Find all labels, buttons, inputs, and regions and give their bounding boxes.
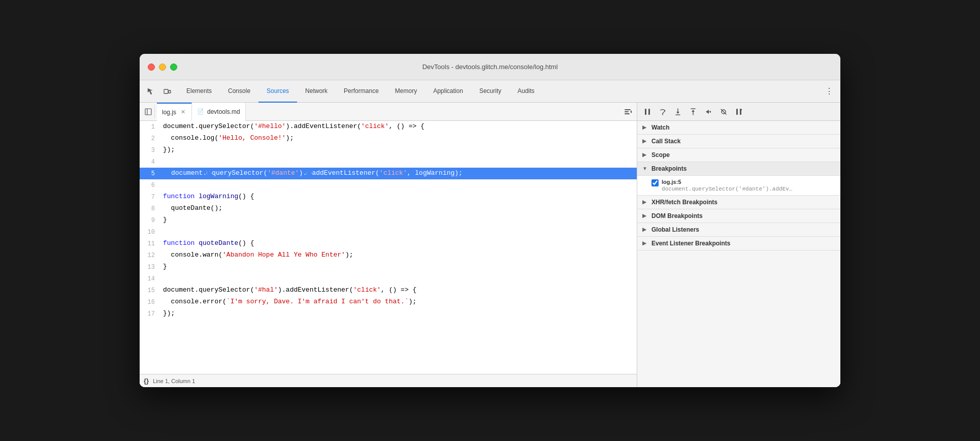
right-toolbar	[637, 103, 840, 121]
right-sections: ▶ Watch ▶ Call Stack ▶ Scope	[637, 121, 840, 387]
main-content: log.js ✕ 📄 devtools.md	[140, 103, 840, 387]
dom-bp-arrow-icon: ▶	[642, 213, 648, 219]
inspect-icon[interactable]	[144, 84, 158, 99]
devtools-container: Elements Console Sources Network Perform…	[140, 80, 840, 387]
section-dom-breakpoints[interactable]: ▶ DOM Breakpoints	[637, 209, 840, 223]
code-line-10: 10	[140, 226, 637, 238]
main-tabs: Elements Console Sources Network Perform…	[178, 80, 822, 103]
code-line-11: 11 function quoteDante() {	[140, 238, 637, 249]
close-file-tab-icon[interactable]: ✕	[179, 109, 186, 116]
svg-rect-5	[625, 111, 629, 112]
tab-bar-left-icons	[144, 84, 174, 99]
tab-performance[interactable]: Performance	[336, 80, 387, 103]
tab-network[interactable]: Network	[297, 80, 336, 103]
svg-point-19	[740, 109, 742, 111]
tab-sources[interactable]: Sources	[258, 80, 297, 103]
cursor-position: Line 1, Column 1	[153, 378, 195, 384]
pause-on-exceptions-button[interactable]	[733, 106, 745, 118]
step-out-button[interactable]	[687, 106, 699, 118]
section-global-listeners[interactable]: ▶ Global Listeners	[637, 223, 840, 237]
section-event-listener-bp[interactable]: ▶ Event Listener Breakpoints	[637, 237, 840, 250]
section-breakpoints[interactable]: ▼ Breakpoints	[637, 162, 840, 176]
step-button[interactable]	[702, 106, 714, 118]
watch-arrow-icon: ▶	[642, 124, 648, 131]
tab-bar: Elements Console Sources Network Perform…	[140, 80, 840, 103]
code-line-7: 7 function logWarning() {	[140, 191, 637, 203]
title-bar: DevTools - devtools.glitch.me/console/lo…	[140, 54, 840, 80]
svg-rect-6	[625, 113, 630, 114]
breakpoint-info: log.js:5 document.querySelector('#dante'…	[662, 179, 835, 192]
pretty-print-icon[interactable]: {}	[144, 377, 149, 385]
tab-application[interactable]: Application	[425, 80, 471, 103]
code-line-17: 17 });	[140, 308, 637, 320]
code-line-5: 5 document.querySelector('#dante').addEv…	[140, 168, 637, 179]
global-listeners-arrow-icon: ▶	[642, 227, 648, 233]
svg-rect-2	[145, 109, 151, 115]
svg-rect-4	[625, 109, 631, 110]
more-tabs-button[interactable]: ⋮	[822, 84, 836, 99]
devtools-window: DevTools - devtools.glitch.me/console/lo…	[140, 54, 840, 387]
status-bar: {} Line 1, Column 1	[140, 374, 637, 387]
svg-rect-17	[736, 109, 738, 115]
tab-elements[interactable]: Elements	[178, 80, 220, 103]
file-tab-devtools-md[interactable]: 📄 devtools.md	[192, 103, 246, 121]
breakpoints-arrow-icon: ▼	[642, 166, 648, 172]
pause-resume-button[interactable]	[641, 106, 654, 118]
maximize-button[interactable]	[170, 64, 177, 71]
code-line-4: 4	[140, 156, 637, 168]
close-button[interactable]	[148, 64, 155, 71]
section-call-stack[interactable]: ▶ Call Stack	[637, 135, 840, 148]
tab-audits[interactable]: Audits	[509, 80, 542, 103]
file-tabs-right	[620, 105, 635, 119]
toggle-sidebar-icon[interactable]	[142, 105, 155, 118]
section-xhr-fetch[interactable]: ▶ XHR/fetch Breakpoints	[637, 196, 840, 209]
svg-rect-8	[645, 109, 646, 115]
code-line-13: 13 }	[140, 261, 637, 273]
xhr-fetch-arrow-icon: ▶	[642, 199, 648, 205]
tab-bar-right: ⋮	[822, 84, 836, 99]
section-scope[interactable]: ▶ Scope	[637, 148, 840, 162]
event-listener-bp-arrow-icon: ▶	[642, 240, 648, 246]
svg-rect-1	[169, 90, 171, 93]
code-line-15: 15 document.querySelector('#hal').addEve…	[140, 285, 637, 296]
section-watch[interactable]: ▶ Watch	[637, 121, 840, 135]
code-line-9: 9 }	[140, 214, 637, 226]
breakpoint-checkbox[interactable]	[651, 179, 659, 186]
tab-security[interactable]: Security	[471, 80, 509, 103]
tab-console[interactable]: Console	[220, 80, 258, 103]
code-line-2: 2 console.log('Hello, Console!');	[140, 133, 637, 144]
svg-marker-7	[630, 110, 632, 113]
code-editor: 1 document.querySelector('#hello').addEv…	[140, 121, 637, 374]
step-into-button[interactable]	[672, 106, 684, 118]
svg-rect-9	[648, 109, 650, 115]
right-panel: ▶ Watch ▶ Call Stack ▶ Scope	[637, 103, 840, 387]
code-line-16: 16 console.error(`I'm sorry, Dave. I'm a…	[140, 296, 637, 308]
format-toggle-icon[interactable]	[620, 105, 635, 119]
breakpoint-location: log.js:5	[662, 179, 835, 185]
breakpoint-item: log.js:5 document.querySelector('#dante'…	[637, 176, 840, 195]
svg-rect-0	[164, 89, 168, 93]
code-line-1: 1 document.querySelector('#hello').addEv…	[140, 121, 637, 133]
call-stack-arrow-icon: ▶	[642, 138, 648, 144]
traffic-lights	[148, 64, 177, 71]
code-line-3: 3 });	[140, 144, 637, 156]
tab-memory[interactable]: Memory	[387, 80, 425, 103]
code-line-14: 14	[140, 273, 637, 285]
file-icon: 📄	[197, 108, 204, 115]
code-line-8: 8 quoteDante();	[140, 203, 637, 214]
device-toolbar-icon[interactable]	[160, 84, 174, 99]
file-tabs-bar: log.js ✕ 📄 devtools.md	[140, 103, 637, 121]
breakpoint-code: document.querySelector('#dante').addEv…	[662, 186, 835, 192]
scope-arrow-icon: ▶	[642, 152, 648, 158]
deactivate-breakpoints-button[interactable]	[717, 106, 730, 118]
file-tab-log-js[interactable]: log.js ✕	[157, 103, 192, 121]
window-title: DevTools - devtools.glitch.me/console/lo…	[422, 63, 558, 71]
breakpoints-content: log.js:5 document.querySelector('#dante'…	[637, 176, 840, 196]
code-line-12: 12 console.warn('Abandon Hope All Ye Who…	[140, 249, 637, 261]
code-line-6: 6	[140, 179, 637, 191]
minimize-button[interactable]	[159, 64, 166, 71]
step-over-button[interactable]	[657, 106, 669, 118]
left-panel: log.js ✕ 📄 devtools.md	[140, 103, 637, 387]
